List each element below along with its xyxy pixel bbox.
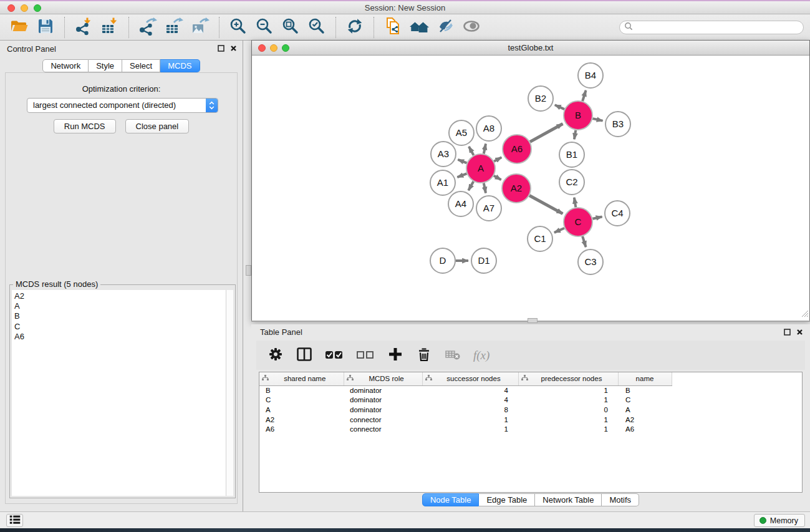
float-panel-icon[interactable]	[218, 45, 224, 52]
graph-node-A5[interactable]: A5	[449, 120, 474, 145]
graph-node-C1[interactable]: C1	[528, 226, 552, 251]
table-cell[interactable]: A	[618, 405, 672, 415]
criterion-dropdown[interactable]: largest connected component (directed)	[27, 98, 218, 113]
table-cell[interactable]: A2	[618, 415, 672, 425]
table-cell[interactable]: B	[618, 385, 672, 395]
graph-node-D[interactable]: D	[430, 248, 455, 273]
column-header-successor-nodes[interactable]: successor nodes	[422, 372, 518, 385]
graph-node-B1[interactable]: B1	[559, 142, 584, 167]
table-cell[interactable]: dominator	[344, 385, 422, 395]
table-row[interactable]: Cdominator41C	[259, 395, 802, 405]
home-button[interactable]	[408, 16, 430, 39]
mcds-result-list[interactable]: A2ABCA6	[12, 290, 233, 496]
graph-node-B2[interactable]: B2	[528, 86, 553, 111]
graph-node-C3[interactable]: C3	[578, 249, 603, 274]
table-settings-button[interactable]	[268, 346, 284, 365]
column-header-shared-name[interactable]: shared name	[259, 372, 344, 385]
mcds-result-item[interactable]: B	[14, 311, 233, 321]
graph-node-A3[interactable]: A3	[431, 142, 456, 167]
table-cell[interactable]: 0	[518, 405, 618, 415]
table-cell[interactable]: 1	[422, 424, 518, 434]
zoom-out-button[interactable]	[253, 16, 276, 39]
clone-network-button[interactable]	[382, 16, 404, 39]
table-cell[interactable]: 1	[422, 415, 518, 425]
table-cell[interactable]: C	[259, 395, 344, 405]
table-cell[interactable]: dominator	[344, 395, 422, 405]
search-input[interactable]	[636, 23, 799, 32]
mcds-result-item[interactable]: C	[14, 322, 233, 332]
tab-edge-table[interactable]: Edge Table	[479, 493, 535, 506]
task-history-button[interactable]	[6, 514, 23, 527]
graph-node-B3[interactable]: B3	[605, 112, 630, 137]
graph-node-A7[interactable]: A7	[476, 196, 501, 221]
show-hide-panels-button[interactable]	[460, 16, 483, 39]
tab-node-table[interactable]: Node Table	[422, 493, 480, 506]
run-mcds-button[interactable]: Run MCDS	[54, 119, 116, 133]
table-cell[interactable]: 1	[518, 385, 618, 395]
delete-table-button[interactable]	[445, 346, 461, 365]
table-cell[interactable]: C	[618, 395, 672, 405]
graph-node-C[interactable]: C	[564, 208, 592, 236]
add-column-button[interactable]	[387, 346, 403, 365]
delete-column-button[interactable]	[416, 346, 432, 365]
graph-node-B4[interactable]: B4	[578, 63, 603, 88]
table-cell[interactable]: A6	[618, 424, 672, 434]
column-header-name[interactable]: name	[618, 372, 672, 385]
column-header-predecessor-nodes[interactable]: predecessor nodes	[518, 372, 618, 385]
graph-node-B[interactable]: B	[564, 101, 592, 130]
graph-node-C2[interactable]: C2	[559, 170, 584, 195]
vertical-split-handle[interactable]	[246, 265, 251, 276]
import-network-button[interactable]	[72, 16, 95, 39]
table-row[interactable]: Bdominator41B	[259, 385, 802, 395]
tab-motifs[interactable]: Motifs	[602, 493, 639, 506]
table-row[interactable]: A2connector11A2	[259, 415, 802, 425]
graph-node-C4[interactable]: C4	[605, 201, 630, 226]
export-image-button[interactable]	[189, 16, 211, 39]
toggle-graphics-details-button[interactable]	[434, 16, 456, 39]
table-cell[interactable]: 8	[422, 405, 518, 415]
tab-network[interactable]: Network	[42, 59, 89, 72]
graph-node-D1[interactable]: D1	[471, 248, 496, 273]
table-cell[interactable]: A	[259, 405, 344, 415]
deselect-all-button[interactable]	[356, 346, 375, 365]
zoom-fit-button[interactable]	[279, 16, 302, 39]
column-header-mcds-role[interactable]: MCDS role	[344, 372, 422, 385]
table-cell[interactable]: 1	[518, 395, 618, 405]
open-session-button[interactable]	[8, 16, 31, 39]
column-view-button[interactable]	[296, 346, 312, 365]
tab-style[interactable]: Style	[89, 59, 122, 72]
table-row[interactable]: A6connector11A6	[259, 424, 802, 434]
table-cell[interactable]: 4	[422, 395, 518, 405]
tab-select[interactable]: Select	[122, 59, 160, 72]
refresh-button[interactable]	[344, 16, 366, 39]
table-cell[interactable]: dominator	[344, 405, 422, 415]
export-network-button[interactable]	[137, 16, 159, 39]
close-panel-button[interactable]: Close panel	[125, 119, 190, 133]
graph-node-A[interactable]: A	[466, 154, 495, 183]
horizontal-split-handle[interactable]	[528, 318, 538, 323]
table-cell[interactable]: 1	[518, 415, 618, 425]
select-all-button[interactable]	[325, 346, 344, 365]
zoom-in-button[interactable]	[227, 16, 249, 39]
network-canvas[interactable]: B4B2B3A5A8A3B1A1C2A4A7C4C1DD1C3BA6AA2C	[252, 56, 809, 321]
tab-mcds[interactable]: MCDS	[160, 59, 200, 72]
table-cell[interactable]: 4	[422, 385, 518, 395]
list-scrollbar[interactable]	[226, 290, 233, 496]
import-table-button[interactable]	[99, 16, 121, 39]
window-resize-grip[interactable]	[800, 309, 809, 320]
table-cell[interactable]: 1	[518, 424, 618, 434]
table-cell[interactable]: connector	[344, 415, 422, 425]
tab-network-table[interactable]: Network Table	[535, 493, 602, 506]
graph-node-A2[interactable]: A2	[502, 174, 531, 203]
table-cell[interactable]: B	[259, 385, 344, 395]
graph-node-A8[interactable]: A8	[476, 116, 501, 141]
mcds-result-item[interactable]: A2	[14, 291, 233, 301]
mcds-result-item[interactable]: A6	[14, 332, 233, 342]
network-window-titlebar[interactable]: testGlobe.txt	[252, 41, 809, 56]
close-panel-icon[interactable]	[230, 45, 237, 52]
save-session-button[interactable]	[34, 16, 57, 39]
table-row[interactable]: Adominator80A	[259, 405, 802, 415]
search-box[interactable]	[619, 21, 804, 34]
close-panel-icon[interactable]	[796, 329, 803, 336]
table-cell[interactable]: A6	[259, 424, 344, 434]
